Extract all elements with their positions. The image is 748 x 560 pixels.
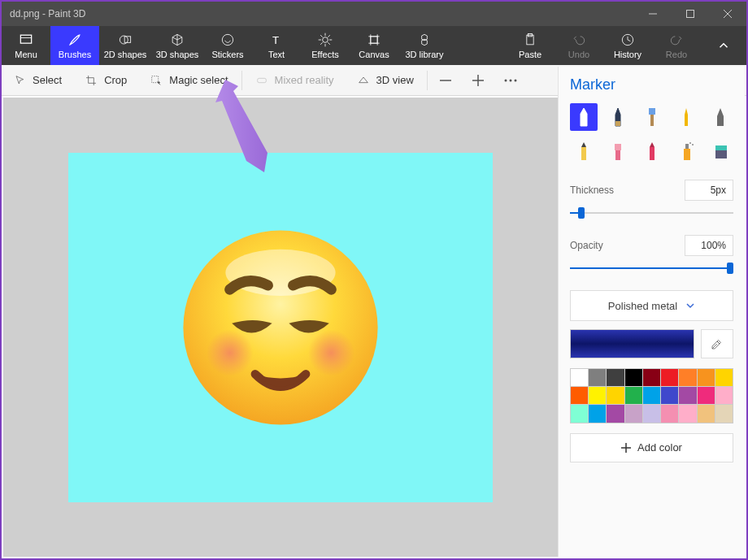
- 2d-shapes-label: 2D shapes: [104, 50, 147, 59]
- plus-icon: [621, 443, 631, 453]
- brush-calligraphy[interactable]: [604, 103, 632, 131]
- paste-button[interactable]: Paste: [506, 26, 554, 65]
- palette-color[interactable]: [625, 405, 642, 422]
- side-panel: Marker Thickness 5px Opacity 100% Polish…: [558, 67, 745, 557]
- svg-rect-45: [615, 150, 620, 160]
- palette-color[interactable]: [589, 387, 606, 404]
- brush-watercolor[interactable]: [672, 103, 700, 131]
- brush-oil[interactable]: [638, 103, 666, 131]
- zoom-out-button[interactable]: [429, 65, 462, 95]
- palette-color[interactable]: [698, 387, 715, 404]
- svg-rect-47: [684, 149, 690, 160]
- palette-color[interactable]: [589, 405, 606, 422]
- palette-color[interactable]: [679, 387, 696, 404]
- current-color-swatch[interactable]: [570, 329, 694, 358]
- eyedropper-button[interactable]: [701, 329, 733, 358]
- palette-color[interactable]: [607, 387, 624, 404]
- palette-color[interactable]: [589, 369, 606, 386]
- crop-tool[interactable]: Crop: [73, 65, 138, 95]
- canvas-tab[interactable]: Canvas: [350, 26, 398, 65]
- magic-select-label: Magic select: [169, 74, 228, 86]
- palette-color[interactable]: [625, 387, 642, 404]
- palette-color[interactable]: [679, 405, 696, 422]
- palette-color[interactable]: [661, 369, 678, 386]
- 3d-view-tool[interactable]: 3D view: [346, 65, 425, 95]
- svg-rect-52: [715, 145, 727, 150]
- brush-spray[interactable]: [672, 137, 700, 165]
- svg-rect-46: [650, 147, 654, 160]
- opacity-input[interactable]: 100%: [685, 235, 733, 256]
- undo-button[interactable]: Undo: [554, 26, 603, 65]
- opacity-slider[interactable]: [570, 261, 733, 276]
- palette-color[interactable]: [625, 369, 642, 386]
- palette-color[interactable]: [607, 369, 624, 386]
- 3d-shapes-tab[interactable]: 3D shapes: [151, 26, 203, 65]
- close-button[interactable]: [709, 2, 746, 26]
- brush-fill[interactable]: [707, 137, 734, 165]
- undo-label: Undo: [568, 50, 589, 59]
- palette-color[interactable]: [679, 369, 696, 386]
- zoom-in-button[interactable]: [462, 65, 494, 95]
- 3d-library-tab[interactable]: 3D library: [398, 26, 450, 65]
- select-tool[interactable]: Select: [2, 65, 73, 95]
- workspace: [3, 98, 558, 557]
- thickness-slider[interactable]: [570, 206, 733, 220]
- panel-title: Marker: [570, 76, 733, 93]
- palette-color[interactable]: [715, 405, 733, 422]
- palette-color[interactable]: [571, 405, 588, 422]
- palette-color[interactable]: [698, 369, 715, 386]
- svg-line-17: [328, 35, 330, 37]
- 3d-library-label: 3D library: [405, 50, 443, 59]
- select-label: Select: [33, 74, 62, 86]
- canvas-label: Canvas: [359, 50, 389, 59]
- thickness-row: Thickness 5px: [570, 180, 733, 201]
- brush-grid: [570, 103, 733, 165]
- 2d-shapes-tab[interactable]: 2D shapes: [99, 26, 151, 65]
- menu-button[interactable]: Menu: [2, 26, 50, 65]
- palette-color[interactable]: [643, 387, 660, 404]
- material-dropdown[interactable]: Polished metal: [570, 290, 733, 321]
- svg-rect-43: [581, 147, 586, 160]
- brush-marker[interactable]: [570, 103, 598, 131]
- palette-color[interactable]: [571, 387, 588, 404]
- svg-rect-48: [685, 144, 689, 149]
- palette-color[interactable]: [715, 387, 733, 404]
- thickness-input[interactable]: 5px: [685, 180, 733, 201]
- palette-color[interactable]: [661, 405, 678, 422]
- more-button[interactable]: [494, 65, 527, 95]
- redo-button[interactable]: Redo: [652, 26, 701, 65]
- canvas-image: [175, 222, 386, 433]
- material-label: Polished metal: [608, 300, 677, 312]
- palette-color[interactable]: [571, 369, 588, 386]
- brush-pixel[interactable]: [707, 103, 734, 131]
- canvas[interactable]: [68, 153, 493, 502]
- history-button[interactable]: History: [603, 26, 652, 65]
- stickers-tab[interactable]: Stickers: [203, 26, 252, 65]
- add-color-button[interactable]: Add color: [570, 433, 733, 462]
- svg-point-10: [323, 37, 328, 43]
- color-palette: [570, 368, 733, 423]
- opacity-row: Opacity 100%: [570, 235, 733, 256]
- maximize-button[interactable]: [672, 2, 709, 26]
- palette-color[interactable]: [661, 387, 678, 404]
- palette-color[interactable]: [643, 405, 660, 422]
- palette-color[interactable]: [698, 405, 715, 422]
- svg-rect-4: [20, 35, 31, 43]
- effects-tab[interactable]: Effects: [301, 26, 350, 65]
- svg-rect-40: [615, 121, 620, 126]
- svg-line-18: [320, 42, 323, 45]
- add-color-label: Add color: [637, 441, 682, 454]
- brush-eraser[interactable]: [604, 137, 632, 165]
- brushes-tab[interactable]: Brushes: [50, 26, 99, 65]
- brush-pencil[interactable]: [570, 137, 598, 165]
- brush-crayon[interactable]: [638, 137, 666, 165]
- palette-color[interactable]: [643, 369, 660, 386]
- palette-color[interactable]: [607, 405, 624, 422]
- minimize-button[interactable]: [634, 2, 672, 26]
- stickers-label: Stickers: [211, 50, 243, 59]
- text-tab[interactable]: T Text: [252, 26, 301, 65]
- collapse-panel-button[interactable]: [701, 26, 746, 65]
- svg-point-50: [692, 144, 694, 145]
- palette-color[interactable]: [715, 369, 733, 386]
- magic-select-tool[interactable]: Magic select: [138, 65, 239, 95]
